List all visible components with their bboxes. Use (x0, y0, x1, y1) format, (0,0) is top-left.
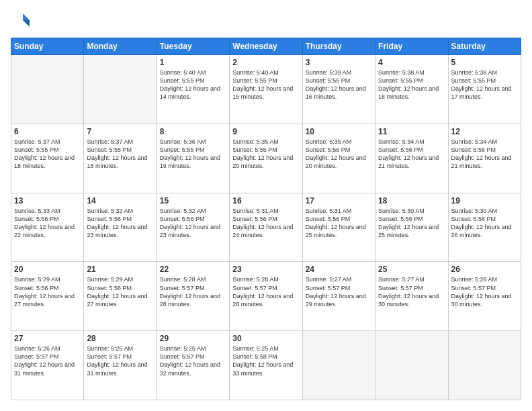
weekday-header: Sunday (11, 38, 84, 55)
day-number: 24 (306, 265, 372, 274)
day-info: Sunrise: 5:34 AM Sunset: 5:56 PM Dayligh… (451, 138, 518, 171)
day-number: 7 (87, 127, 153, 136)
day-info: Sunrise: 5:29 AM Sunset: 5:56 PM Dayligh… (14, 275, 81, 308)
calendar-cell: 27Sunrise: 5:26 AM Sunset: 5:57 PM Dayli… (11, 331, 84, 400)
calendar-cell: 2Sunrise: 5:40 AM Sunset: 5:55 PM Daylig… (230, 55, 302, 124)
header (11, 11, 521, 31)
calendar-cell: 5Sunrise: 5:38 AM Sunset: 5:55 PM Daylig… (448, 55, 521, 124)
day-number: 11 (378, 127, 445, 136)
calendar-week-row: 1Sunrise: 5:40 AM Sunset: 5:55 PM Daylig… (11, 55, 521, 124)
day-info: Sunrise: 5:27 AM Sunset: 5:57 PM Dayligh… (378, 275, 445, 308)
weekday-header: Thursday (302, 38, 375, 55)
day-number: 9 (232, 127, 299, 136)
day-number: 26 (451, 265, 518, 274)
day-info: Sunrise: 5:31 AM Sunset: 5:56 PM Dayligh… (306, 207, 372, 240)
day-info: Sunrise: 5:25 AM Sunset: 5:57 PM Dayligh… (160, 345, 226, 377)
day-number: 1 (160, 58, 226, 67)
calendar-cell: 22Sunrise: 5:28 AM Sunset: 5:57 PM Dayli… (157, 262, 229, 331)
day-number: 25 (378, 265, 445, 274)
day-info: Sunrise: 5:32 AM Sunset: 5:56 PM Dayligh… (160, 207, 226, 240)
logo-icon (11, 11, 31, 31)
calendar-cell: 10Sunrise: 5:35 AM Sunset: 5:56 PM Dayli… (302, 124, 375, 193)
day-info: Sunrise: 5:34 AM Sunset: 5:56 PM Dayligh… (378, 138, 445, 171)
day-info: Sunrise: 5:32 AM Sunset: 5:56 PM Dayligh… (87, 207, 153, 240)
calendar-cell: 11Sunrise: 5:34 AM Sunset: 5:56 PM Dayli… (375, 124, 448, 193)
day-info: Sunrise: 5:36 AM Sunset: 5:55 PM Dayligh… (160, 138, 226, 171)
day-info: Sunrise: 5:37 AM Sunset: 5:55 PM Dayligh… (87, 138, 153, 171)
day-number: 10 (306, 127, 372, 136)
day-info: Sunrise: 5:26 AM Sunset: 5:57 PM Dayligh… (14, 345, 81, 377)
day-number: 29 (160, 334, 226, 343)
day-info: Sunrise: 5:33 AM Sunset: 5:56 PM Dayligh… (14, 207, 81, 240)
weekday-header: Monday (84, 38, 157, 55)
day-number: 12 (451, 127, 518, 136)
day-info: Sunrise: 5:38 AM Sunset: 5:55 PM Dayligh… (378, 68, 445, 101)
weekday-header: Tuesday (157, 38, 229, 55)
day-number: 17 (306, 196, 372, 205)
calendar-cell: 23Sunrise: 5:28 AM Sunset: 5:57 PM Dayli… (230, 262, 302, 331)
calendar-cell (375, 331, 448, 400)
calendar-cell: 25Sunrise: 5:27 AM Sunset: 5:57 PM Dayli… (375, 262, 448, 331)
calendar-cell: 26Sunrise: 5:26 AM Sunset: 5:57 PM Dayli… (448, 262, 521, 331)
weekday-header: Saturday (448, 38, 521, 55)
day-number: 15 (160, 196, 226, 205)
day-number: 6 (14, 127, 81, 136)
day-info: Sunrise: 5:26 AM Sunset: 5:57 PM Dayligh… (451, 275, 518, 308)
calendar-cell: 16Sunrise: 5:31 AM Sunset: 5:56 PM Dayli… (230, 193, 302, 262)
day-number: 23 (232, 265, 299, 274)
day-number: 14 (87, 196, 153, 205)
calendar-table: SundayMondayTuesdayWednesdayThursdayFrid… (11, 38, 521, 400)
day-number: 18 (378, 196, 445, 205)
calendar-cell: 14Sunrise: 5:32 AM Sunset: 5:56 PM Dayli… (84, 193, 157, 262)
day-number: 20 (14, 265, 81, 274)
day-number: 22 (160, 265, 226, 274)
calendar-cell: 28Sunrise: 5:25 AM Sunset: 5:57 PM Dayli… (84, 331, 157, 400)
day-info: Sunrise: 5:30 AM Sunset: 5:56 PM Dayligh… (378, 207, 445, 240)
calendar-cell: 6Sunrise: 5:37 AM Sunset: 5:55 PM Daylig… (11, 124, 84, 193)
svg-marker-0 (23, 13, 30, 20)
day-number: 5 (451, 58, 518, 67)
day-info: Sunrise: 5:35 AM Sunset: 5:56 PM Dayligh… (306, 138, 372, 171)
calendar-cell: 7Sunrise: 5:37 AM Sunset: 5:55 PM Daylig… (84, 124, 157, 193)
svg-marker-1 (23, 20, 30, 27)
calendar-cell: 3Sunrise: 5:39 AM Sunset: 5:55 PM Daylig… (302, 55, 375, 124)
calendar-cell: 8Sunrise: 5:36 AM Sunset: 5:55 PM Daylig… (157, 124, 229, 193)
day-info: Sunrise: 5:37 AM Sunset: 5:55 PM Dayligh… (14, 138, 81, 171)
calendar-week-row: 13Sunrise: 5:33 AM Sunset: 5:56 PM Dayli… (11, 193, 521, 262)
calendar-cell: 15Sunrise: 5:32 AM Sunset: 5:56 PM Dayli… (157, 193, 229, 262)
calendar-cell: 29Sunrise: 5:25 AM Sunset: 5:57 PM Dayli… (157, 331, 229, 400)
calendar-week-row: 6Sunrise: 5:37 AM Sunset: 5:55 PM Daylig… (11, 124, 521, 193)
calendar-cell: 30Sunrise: 5:25 AM Sunset: 5:58 PM Dayli… (230, 331, 302, 400)
calendar-cell: 17Sunrise: 5:31 AM Sunset: 5:56 PM Dayli… (302, 193, 375, 262)
calendar-cell: 4Sunrise: 5:38 AM Sunset: 5:55 PM Daylig… (375, 55, 448, 124)
calendar-cell (448, 331, 521, 400)
calendar-cell: 9Sunrise: 5:35 AM Sunset: 5:55 PM Daylig… (230, 124, 302, 193)
day-info: Sunrise: 5:25 AM Sunset: 5:57 PM Dayligh… (87, 345, 153, 377)
weekday-header-row: SundayMondayTuesdayWednesdayThursdayFrid… (11, 38, 521, 55)
day-info: Sunrise: 5:38 AM Sunset: 5:55 PM Dayligh… (451, 68, 518, 101)
day-info: Sunrise: 5:27 AM Sunset: 5:57 PM Dayligh… (306, 275, 372, 308)
day-info: Sunrise: 5:28 AM Sunset: 5:57 PM Dayligh… (232, 275, 299, 308)
weekday-header: Friday (375, 38, 448, 55)
day-number: 21 (87, 265, 153, 274)
day-number: 19 (451, 196, 518, 205)
logo (11, 11, 34, 31)
calendar-cell (11, 55, 84, 124)
day-number: 13 (14, 196, 81, 205)
day-info: Sunrise: 5:29 AM Sunset: 5:56 PM Dayligh… (87, 275, 153, 308)
day-number: 28 (87, 334, 153, 343)
day-number: 3 (306, 58, 372, 67)
day-info: Sunrise: 5:31 AM Sunset: 5:56 PM Dayligh… (232, 207, 299, 240)
day-info: Sunrise: 5:30 AM Sunset: 5:56 PM Dayligh… (451, 207, 518, 240)
calendar-cell: 24Sunrise: 5:27 AM Sunset: 5:57 PM Dayli… (302, 262, 375, 331)
calendar-cell: 20Sunrise: 5:29 AM Sunset: 5:56 PM Dayli… (11, 262, 84, 331)
day-info: Sunrise: 5:25 AM Sunset: 5:58 PM Dayligh… (232, 345, 299, 377)
day-number: 4 (378, 58, 445, 67)
day-info: Sunrise: 5:39 AM Sunset: 5:55 PM Dayligh… (306, 68, 372, 101)
day-number: 16 (232, 196, 299, 205)
day-number: 30 (232, 334, 299, 343)
weekday-header: Wednesday (230, 38, 302, 55)
day-number: 27 (14, 334, 81, 343)
calendar-cell: 19Sunrise: 5:30 AM Sunset: 5:56 PM Dayli… (448, 193, 521, 262)
calendar-cell: 18Sunrise: 5:30 AM Sunset: 5:56 PM Dayli… (375, 193, 448, 262)
